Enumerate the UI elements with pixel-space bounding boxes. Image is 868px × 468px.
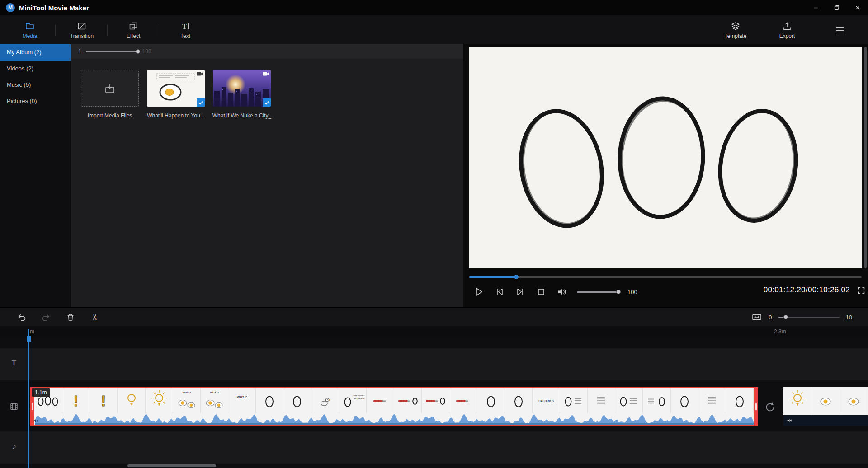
delete-button[interactable] — [65, 312, 76, 323]
text-track[interactable] — [0, 348, 868, 380]
transition-icon — [77, 22, 86, 31]
clip-audio-strip — [783, 415, 868, 426]
stop-button[interactable] — [535, 286, 547, 298]
sidebar-item-music[interactable]: Music (5) — [0, 77, 71, 93]
video-clip-2[interactable] — [783, 387, 868, 426]
template-button[interactable]: Template — [714, 19, 757, 42]
preview-video — [469, 47, 862, 268]
minitool-movie-maker-window: M MiniTool Movie Maker Media Transition — [0, 0, 868, 468]
close-button[interactable] — [847, 0, 868, 15]
nuke-city-thumbnail — [213, 70, 271, 107]
transition-slot-icon[interactable] — [764, 401, 776, 412]
sidebar-item-label: Videos (2) — [7, 65, 33, 72]
tab-effect[interactable]: Effect — [113, 19, 154, 42]
clip-frame-fried — [840, 387, 868, 415]
media-thumbnail[interactable] — [213, 70, 271, 107]
play-button[interactable] — [473, 286, 485, 298]
clip-frame-egg — [477, 388, 505, 413]
clip-frame-fried-why: WHY ? — [173, 388, 201, 413]
slider-handle[interactable] — [136, 49, 140, 54]
clip-frame-egg-text — [615, 388, 643, 413]
split-button[interactable]: ✂ — [90, 312, 100, 323]
seek-bar[interactable] — [469, 274, 862, 280]
menu-button[interactable] — [832, 26, 848, 35]
toolbar-separator — [55, 24, 56, 36]
minimize-button[interactable] — [806, 0, 826, 15]
playhead-handle[interactable] — [27, 336, 31, 342]
timeline-scrollbar[interactable] — [127, 464, 216, 467]
volume-slider[interactable] — [577, 289, 618, 295]
tab-transition[interactable]: Transition — [61, 19, 103, 42]
clip-frame-egg — [256, 388, 283, 413]
sidebar-item-pictures[interactable]: Pictures (0) — [0, 93, 71, 109]
svg-text:T: T — [182, 23, 187, 30]
sidebar-item-my-album[interactable]: My Album (2) — [0, 44, 71, 61]
clip-frame-egg — [671, 388, 698, 413]
library-sidebar: My Album (2) Videos (2) Music (5) Pictur… — [0, 44, 71, 307]
redo-button[interactable] — [41, 312, 52, 323]
toolbar-separator — [107, 24, 108, 36]
selected-check-icon — [197, 98, 205, 107]
zoom-to-fit-button[interactable] — [751, 312, 762, 323]
clip-frame-bulb — [118, 388, 145, 413]
clip-trim-handle-right[interactable] — [754, 387, 758, 426]
undo-button[interactable] — [16, 312, 27, 323]
clip-speaker-icon — [33, 418, 39, 424]
toolbar-separator — [159, 24, 159, 36]
sidebar-item-videos[interactable]: Videos (2) — [0, 61, 71, 77]
svg-text:!: ! — [74, 392, 79, 409]
media-item-2[interactable]: What if We Nuke a City_ — [213, 70, 271, 119]
timeline-ruler[interactable]: m 2.3m — [0, 326, 868, 338]
media-thumbnail[interactable] — [147, 70, 205, 107]
svg-text:WHY ?: WHY ? — [237, 395, 247, 398]
tab-media[interactable]: Media — [9, 19, 51, 42]
import-label: Import Media Files — [88, 112, 132, 119]
clip-frame-egg — [505, 388, 533, 413]
maximize-button[interactable] — [826, 0, 847, 15]
clip-frame-text-egg — [643, 388, 670, 413]
next-frame-icon — [515, 286, 526, 297]
import-box[interactable] — [81, 70, 139, 107]
media-icon — [25, 22, 35, 31]
clip-frame-excl: ! — [62, 388, 90, 413]
clip-frame-bulb-rays — [146, 388, 173, 413]
library-zoom-slider[interactable] — [86, 49, 138, 54]
slider-fill — [577, 291, 618, 293]
media-item-label: What'll Happen to You... — [147, 112, 205, 119]
clip-duration-tooltip: 1.1m — [32, 388, 50, 397]
clip-frame-egg — [283, 388, 311, 413]
playhead[interactable] — [28, 329, 29, 468]
sidebar-item-label: My Album (2) — [7, 49, 42, 56]
clip-frame-why: WHY ? — [228, 388, 256, 413]
template-icon — [731, 22, 740, 31]
zoom-min-label: 1 — [78, 48, 81, 55]
seek-track[interactable] — [469, 276, 862, 278]
import-media-tile[interactable]: Import Media Files — [81, 70, 139, 119]
text-track-icon: T — [7, 359, 21, 368]
timeline-zoom-max: 10 — [846, 314, 852, 321]
mute-button[interactable] — [556, 286, 568, 298]
slider-handle[interactable] — [616, 290, 621, 294]
slider-fill — [86, 51, 138, 52]
export-button[interactable]: Export — [766, 19, 808, 42]
tab-text[interactable]: T Text — [165, 19, 206, 42]
clip-frame-thermo-egg — [422, 388, 449, 413]
clip-frame-fried — [811, 387, 840, 415]
timeline-zoom-slider[interactable] — [778, 314, 840, 320]
timeline-zoom-min: 0 — [769, 314, 772, 321]
stop-icon — [536, 286, 547, 297]
preview-scrollbar[interactable] — [864, 47, 867, 268]
video-clip-selected[interactable]: !!WHY ?WHY ?WHY ?LIFE-GIVINGNUTRIENTSCAL… — [30, 387, 758, 426]
media-item-1[interactable]: What'll Happen to You... — [147, 70, 205, 119]
fullscreen-button[interactable] — [857, 286, 865, 295]
seek-handle[interactable] — [514, 275, 519, 279]
tab-effect-label: Effect — [127, 33, 140, 39]
music-track[interactable] — [0, 431, 868, 464]
previous-frame-button[interactable] — [494, 286, 505, 298]
sidebar-item-label: Music (5) — [7, 81, 31, 88]
sidebar-item-label: Pictures (0) — [7, 98, 37, 104]
volume-icon — [557, 286, 567, 297]
close-icon — [855, 5, 860, 10]
slider-handle[interactable] — [783, 315, 788, 319]
next-frame-button[interactable] — [514, 286, 526, 298]
